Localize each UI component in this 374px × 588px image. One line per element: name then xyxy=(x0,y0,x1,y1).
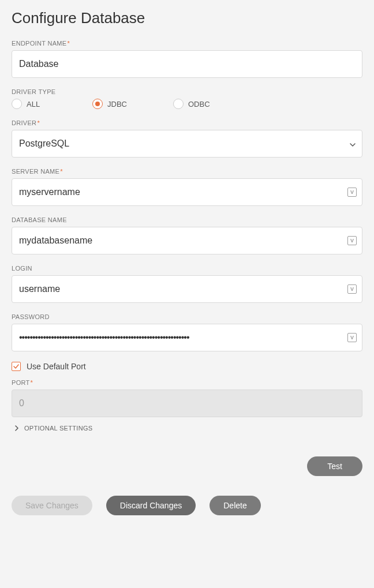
select-value: PostgreSQL xyxy=(19,138,69,149)
label-text: ENDPOINT NAME xyxy=(12,40,66,47)
label-text: SERVER NAME xyxy=(12,168,59,175)
radio-all[interactable]: ALL xyxy=(12,99,92,109)
radio-label: ODBC xyxy=(188,100,210,108)
save-button: Save Changes xyxy=(12,496,92,515)
required-marker: * xyxy=(31,379,33,386)
database-name-label: DATABASE NAME xyxy=(12,216,362,223)
checkbox-icon xyxy=(12,362,21,371)
password-label: PASSWORD xyxy=(12,313,362,320)
port-label: PORT* xyxy=(12,379,362,386)
endpoint-name-label: ENDPOINT NAME* xyxy=(12,40,362,47)
input-wrap: V xyxy=(12,324,362,351)
chevron-right-icon xyxy=(15,423,18,433)
page-title: Configure Database xyxy=(12,9,362,27)
radio-icon xyxy=(12,99,22,109)
required-marker: * xyxy=(67,40,70,47)
radio-jdbc[interactable]: JDBC xyxy=(92,99,173,109)
optional-settings-toggle[interactable]: OPTIONAL SETTINGS xyxy=(12,423,362,433)
delete-button[interactable]: Delete xyxy=(210,496,260,515)
required-marker: * xyxy=(60,168,63,175)
input-wrap: V xyxy=(12,178,362,206)
checkbox-label: Use Default Port xyxy=(27,362,86,371)
use-default-port-checkbox[interactable]: Use Default Port xyxy=(12,362,362,371)
login-input[interactable] xyxy=(12,275,362,303)
label-text: DRIVER xyxy=(12,119,36,126)
endpoint-name-input[interactable] xyxy=(12,50,362,78)
field-server-name: SERVER NAME* V xyxy=(12,168,362,206)
field-password: PASSWORD V xyxy=(12,313,362,351)
driver-type-radio-group: ALL JDBC ODBC xyxy=(12,99,362,109)
field-driver: DRIVER* PostgreSQL xyxy=(12,119,362,158)
server-name-input[interactable] xyxy=(12,178,362,206)
label-text: PORT xyxy=(12,379,30,386)
login-label: LOGIN xyxy=(12,265,362,272)
driver-label: DRIVER* xyxy=(12,119,362,126)
radio-odbc[interactable]: ODBC xyxy=(173,99,254,109)
optional-settings-label: OPTIONAL SETTINGS xyxy=(24,425,92,432)
driver-select-wrap: PostgreSQL xyxy=(12,130,362,158)
port-input xyxy=(12,389,362,417)
test-button[interactable]: Test xyxy=(307,456,362,476)
radio-dot-icon xyxy=(95,102,100,106)
radio-label: JDBC xyxy=(107,100,127,108)
driver-select[interactable]: PostgreSQL xyxy=(12,130,362,158)
field-port: PORT* xyxy=(12,379,362,417)
password-input[interactable] xyxy=(12,324,362,351)
server-name-label: SERVER NAME* xyxy=(12,168,362,175)
test-button-row: Test xyxy=(12,456,362,476)
discard-button[interactable]: Discard Changes xyxy=(106,496,196,515)
field-database-name: DATABASE NAME V xyxy=(12,216,362,254)
field-driver-type: DRIVER TYPE ALL JDBC ODBC xyxy=(12,88,362,109)
database-name-input[interactable] xyxy=(12,227,362,254)
input-wrap: V xyxy=(12,275,362,303)
action-button-row: Save Changes Discard Changes Delete xyxy=(12,496,362,515)
required-marker: * xyxy=(37,119,40,126)
driver-type-label: DRIVER TYPE xyxy=(12,88,362,95)
radio-icon xyxy=(92,99,103,109)
radio-icon xyxy=(173,99,184,109)
radio-label: ALL xyxy=(27,100,40,108)
field-endpoint-name: ENDPOINT NAME* xyxy=(12,40,362,78)
field-login: LOGIN V xyxy=(12,265,362,303)
input-wrap: V xyxy=(12,227,362,254)
